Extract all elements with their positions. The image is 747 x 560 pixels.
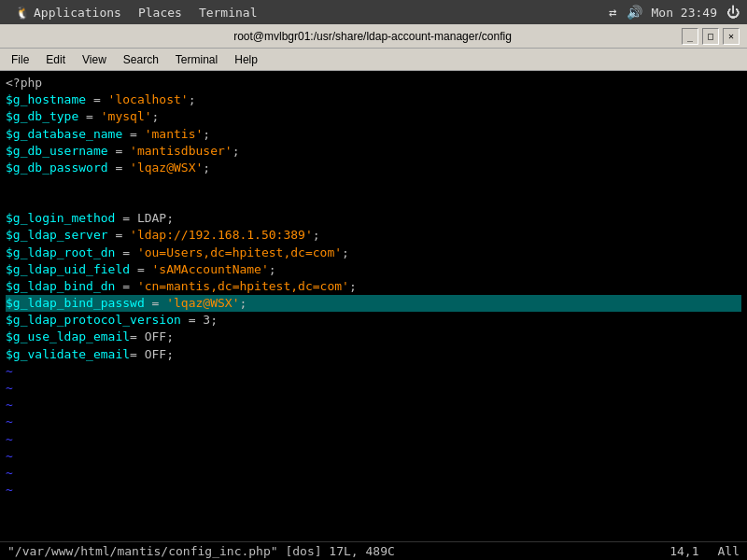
tilde-line: ~	[6, 397, 741, 413]
close-button[interactable]: ✕	[723, 28, 740, 45]
terminal-content[interactable]: <?php $g_hostname = 'localhost'; $g_db_t…	[0, 71, 747, 541]
terminal-window: root@mvlbgr01:/usr/share/ldap-account-ma…	[0, 24, 747, 560]
places-menu[interactable]: Places	[131, 4, 190, 21]
volume-icon: 🔊	[627, 5, 642, 20]
tilde-line: ~	[6, 482, 741, 498]
menu-search[interactable]: Search	[116, 51, 166, 68]
code-line: $g_db_type = 'mysql';	[6, 108, 741, 125]
status-bar: "/var/www/html/mantis/config_inc.php" [d…	[0, 541, 747, 560]
code-line: $g_ldap_uid_field = 'sAMAccountName';	[6, 261, 741, 278]
code-line: $g_db_username = 'mantisdbuser';	[6, 143, 741, 160]
places-label: Places	[138, 6, 182, 20]
tilde-line: ~	[6, 363, 741, 380]
file-info: "/var/www/html/mantis/config_inc.php" [d…	[7, 544, 395, 558]
window-title: root@mvlbgr01:/usr/share/ldap-account-ma…	[63, 30, 682, 43]
tilde-line: ~	[6, 431, 741, 448]
tilde-line: ~	[6, 380, 741, 397]
code-line: $g_use_ldap_email= OFF;	[6, 329, 741, 345]
applications-menu[interactable]: 🐧 Applications	[7, 4, 129, 21]
view-mode: All	[718, 544, 740, 558]
menu-bar: File Edit View Search Terminal Help	[0, 49, 747, 71]
code-line: <?php	[6, 75, 741, 91]
code-line: $g_validate_email= OFF;	[6, 346, 741, 363]
code-line	[6, 193, 741, 210]
cursor-position: 14,1	[669, 544, 698, 558]
power-icon[interactable]: ⏻	[726, 5, 740, 20]
clock: Mon 23:49	[652, 6, 717, 20]
code-line: $g_login_method = LDAP;	[6, 210, 741, 227]
code-line: $g_ldap_root_dn = 'ou=Users,dc=hpitest,d…	[6, 245, 741, 261]
applications-label: Applications	[34, 6, 121, 20]
title-bar: root@mvlbgr01:/usr/share/ldap-account-ma…	[0, 24, 747, 49]
code-line	[6, 176, 741, 193]
terminal-label: Terminal	[199, 6, 258, 20]
minimize-button[interactable]: _	[682, 28, 698, 45]
code-line: $g_ldap_bind_dn = 'cn=mantis,dc=hpitest,…	[6, 278, 741, 295]
code-line: $g_hostname = 'localhost';	[6, 91, 741, 108]
maximize-button[interactable]: □	[702, 28, 719, 45]
menu-terminal[interactable]: Terminal	[168, 51, 225, 68]
code-line: $g_database_name = 'mantis';	[6, 126, 741, 143]
menu-edit[interactable]: Edit	[38, 51, 73, 68]
code-line: $g_db_password = 'lqaz@WSX';	[6, 160, 741, 176]
network-icon: ⇄	[609, 5, 616, 20]
tilde-line: ~	[6, 465, 741, 482]
system-bar: 🐧 Applications Places Terminal ⇄ 🔊 Mon 2…	[0, 0, 747, 24]
code-line: $g_ldap_protocol_version = 3;	[6, 312, 741, 329]
distro-icon: 🐧	[15, 6, 30, 20]
menu-view[interactable]: View	[75, 51, 114, 68]
code-line: $g_ldap_server = 'ldap://192.168.1.50:38…	[6, 227, 741, 244]
menu-file[interactable]: File	[4, 51, 36, 68]
tilde-line: ~	[6, 448, 741, 465]
tilde-line: ~	[6, 413, 741, 430]
menu-help[interactable]: Help	[227, 51, 265, 68]
code-line-highlight: $g_ldap_bind_passwd = 'lqaz@WSX';	[6, 295, 741, 312]
terminal-menu[interactable]: Terminal	[191, 4, 265, 21]
